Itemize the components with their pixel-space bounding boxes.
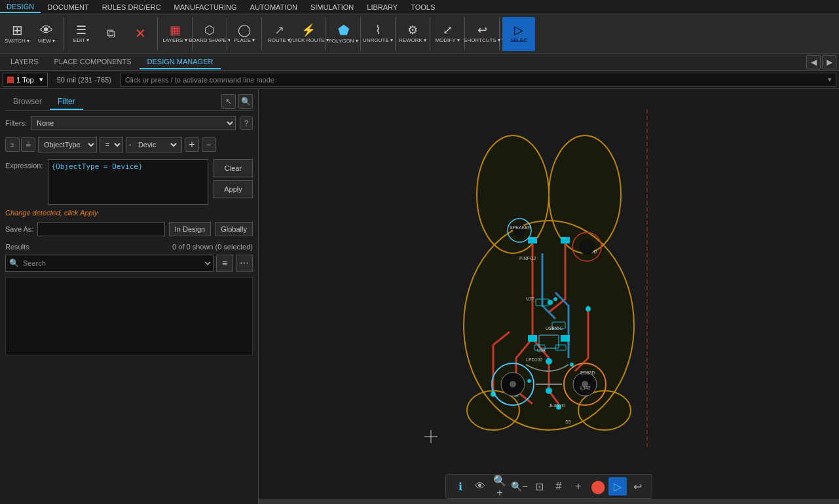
expression-box[interactable]: {ObjectType = Device} bbox=[48, 159, 208, 205]
filter-pointer-btn[interactable]: ↖ bbox=[221, 94, 236, 109]
menu-manufacturing[interactable]: MANUFACTURING bbox=[168, 2, 244, 12]
condition-icon-any[interactable]: ≟ bbox=[21, 137, 35, 152]
tab-filter[interactable]: Filter bbox=[50, 94, 83, 110]
zoom-out-btn[interactable]: 🔍− bbox=[510, 477, 529, 495]
toolbar-group-polygon: ⬟ POLYGON ▾ bbox=[329, 17, 361, 50]
view-btn[interactable]: 👁 VIEW ▾ bbox=[32, 17, 61, 51]
zoom-in-btn[interactable]: 🔍+ bbox=[491, 477, 509, 495]
results-list bbox=[5, 277, 253, 355]
save-input[interactable] bbox=[37, 222, 164, 236]
edit-btn[interactable]: ☰ EDIT ▾ bbox=[67, 17, 96, 51]
bottom-toolbar: ℹ 👁 🔍+ 🔍− ⊡ # + ⬤ ▷ ↩ bbox=[445, 474, 652, 499]
unroute-icon: ⌇ bbox=[375, 24, 381, 36]
switch-icon: ⊞ bbox=[12, 24, 23, 37]
toolbar-group-modify: ⤢ MODIFY ▾ bbox=[433, 17, 465, 50]
svg-point-23 bbox=[570, 363, 574, 367]
filter-panel: Browser Filter ↖ 🔍 Filters: None ? ≡ bbox=[0, 89, 258, 504]
switch-btn[interactable]: ⊞ SWITCH ▾ bbox=[3, 17, 31, 51]
search-row: 🔍 Search ≡ ⋯ bbox=[5, 255, 253, 272]
menu-design[interactable]: DESIGN bbox=[0, 1, 41, 13]
undo-btn[interactable]: ↩ bbox=[628, 477, 646, 495]
tab-layers[interactable]: LAYERS bbox=[3, 55, 47, 69]
svg-point-57 bbox=[553, 297, 557, 301]
pcb-canvas-svg: SPEAKER R1220D PINFO2 U37 U37 S855C U38 … bbox=[418, 109, 680, 450]
menu-document[interactable]: DOCUMENT bbox=[41, 2, 96, 12]
grid-btn[interactable]: # bbox=[550, 477, 568, 495]
layers-btn[interactable]: ▦ LAYERS ▾ bbox=[160, 17, 189, 51]
tab-design-manager[interactable]: DESIGN MANAGER bbox=[140, 55, 221, 69]
svg-rect-12 bbox=[528, 237, 537, 243]
rework-icon: ⚙ bbox=[407, 24, 418, 36]
condition-icon-all[interactable]: ≡ bbox=[5, 137, 20, 152]
menu-automation[interactable]: AUTOMATION bbox=[244, 2, 304, 12]
layer-selector[interactable]: 1 Top ▾ bbox=[3, 73, 48, 87]
svg-rect-13 bbox=[561, 237, 570, 243]
command-line-input[interactable]: Click or press / to activate command lin… bbox=[121, 73, 836, 87]
panel-nav-right[interactable]: ▶ bbox=[822, 55, 836, 69]
more-options-btn[interactable]: ⋯ bbox=[236, 255, 253, 272]
tab-browser[interactable]: Browser bbox=[5, 94, 50, 110]
route-btn[interactable]: ↗ ROUTE ▾ bbox=[265, 17, 293, 51]
rework-btn[interactable]: ⚙ REWORK ▾ bbox=[398, 17, 427, 51]
cmd-placeholder-text: Click or press / to activate command lin… bbox=[125, 76, 274, 84]
apply-btn[interactable]: Apply bbox=[214, 180, 253, 198]
svg-point-22 bbox=[527, 379, 531, 383]
board-shape-btn[interactable]: ⬡ BOARD SHAPE ▾ bbox=[195, 17, 224, 51]
select-btn[interactable]: ▷ SELEC bbox=[502, 17, 535, 51]
quick-route-icon: ⚡ bbox=[301, 24, 316, 36]
menu-library[interactable]: LIBRARY bbox=[360, 2, 404, 12]
tab-place-components[interactable]: PLACE COMPONENTS bbox=[47, 55, 140, 69]
toolbar-group-select: ▷ SELEC bbox=[502, 17, 538, 50]
delete-btn[interactable]: ✕ bbox=[126, 17, 155, 51]
main-toolbar: ⊞ SWITCH ▾ 👁 VIEW ▾ ☰ EDIT ▾ ⧉ ✕ ▦ LAYER… bbox=[0, 14, 839, 54]
left-panel: Browser Filter ↖ 🔍 Filters: None ? ≡ bbox=[0, 89, 259, 504]
unroute-btn[interactable]: ⌇ UNROUTE ▾ bbox=[364, 17, 392, 51]
svg-text:L142: L142 bbox=[580, 386, 591, 390]
canvas-scrollbar[interactable] bbox=[259, 499, 839, 504]
delete-icon: ✕ bbox=[135, 27, 146, 40]
select-mode-btn[interactable]: ▷ bbox=[608, 477, 627, 495]
quick-route-btn[interactable]: ⚡ QUICK ROUTE ▾ bbox=[294, 17, 323, 51]
add-btn[interactable]: + bbox=[569, 477, 587, 495]
results-label: Results bbox=[5, 243, 29, 251]
list-view-btn[interactable]: ≡ bbox=[216, 255, 233, 272]
place-icon: ◯ bbox=[238, 24, 251, 36]
toolbar-group-board: ⬡ BOARD SHAPE ▾ bbox=[195, 17, 227, 50]
panel-nav-left[interactable]: ◀ bbox=[806, 55, 821, 69]
remove-condition-btn[interactable]: − bbox=[202, 137, 216, 152]
place-btn[interactable]: ◯ PLACE ▾ bbox=[230, 17, 259, 51]
expression-label: Expression: bbox=[5, 159, 43, 205]
add-condition-btn[interactable]: + bbox=[185, 137, 199, 152]
clear-btn[interactable]: Clear bbox=[214, 159, 253, 177]
view-icon: 👁 bbox=[40, 24, 53, 37]
svg-point-16 bbox=[546, 358, 552, 365]
filters-select[interactable]: None bbox=[31, 116, 236, 130]
route-icon: ↗ bbox=[274, 24, 284, 36]
menu-simulation[interactable]: SIMULATION bbox=[304, 2, 360, 12]
filters-row: Filters: None ? bbox=[5, 116, 253, 130]
info-btn[interactable]: ℹ bbox=[451, 477, 470, 495]
modify-icon: ⤢ bbox=[443, 24, 453, 36]
value-select[interactable]: Devic bbox=[133, 137, 179, 153]
copy-btn[interactable]: ⧉ bbox=[96, 17, 125, 51]
in-design-btn[interactable]: In Design bbox=[169, 222, 211, 236]
field-select[interactable]: ObjectType bbox=[38, 137, 97, 153]
stop-btn[interactable]: ⬤ bbox=[589, 477, 607, 495]
globally-btn[interactable]: Globally bbox=[215, 222, 253, 236]
search-icon: 🔍 bbox=[9, 259, 19, 268]
svg-text:JL36YO: JL36YO bbox=[549, 403, 566, 408]
menu-bar: DESIGN DOCUMENT RULES DRC/ERC MANUFACTUR… bbox=[0, 0, 839, 14]
select-icon: ▷ bbox=[514, 24, 523, 36]
search-select[interactable]: Search bbox=[5, 255, 214, 272]
shortcuts-btn[interactable]: ↩ SHORTCUTS ▾ bbox=[468, 17, 496, 51]
polygon-btn[interactable]: ⬟ POLYGON ▾ bbox=[329, 17, 358, 51]
help-btn[interactable]: ? bbox=[240, 117, 253, 130]
zoom-fit-btn[interactable]: ⊡ bbox=[530, 477, 548, 495]
eye-btn[interactable]: 👁 bbox=[471, 477, 489, 495]
canvas-area[interactable]: SPEAKER R1220D PINFO2 U37 U37 S855C U38 … bbox=[259, 89, 839, 504]
menu-tools[interactable]: TOOLS bbox=[404, 2, 441, 12]
menu-rules[interactable]: RULES DRC/ERC bbox=[96, 2, 168, 12]
modify-btn[interactable]: ⤢ MODIFY ▾ bbox=[433, 17, 462, 51]
filter-zoom-btn[interactable]: 🔍 bbox=[238, 94, 253, 109]
operator-select[interactable]: = bbox=[100, 137, 123, 153]
